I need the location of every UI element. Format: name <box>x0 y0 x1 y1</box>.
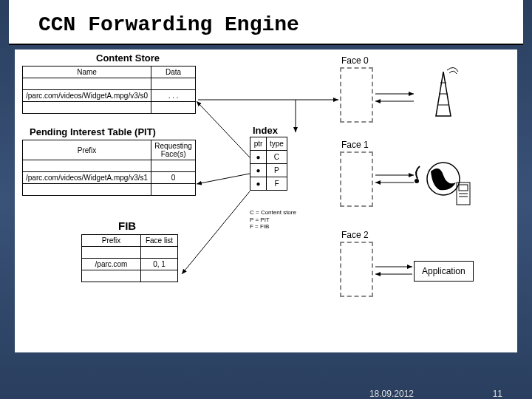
radio-tower-icon <box>436 67 458 116</box>
pit-col-face: Requesting Face(s) <box>151 140 196 160</box>
fib-col-face: Face list <box>141 235 178 247</box>
cs-col-data: Data <box>151 66 196 78</box>
svg-point-15 <box>427 163 460 195</box>
cs-row1-name: /parc.com/videos/WidgetA.mpg/v3/s0 <box>23 90 151 102</box>
index-title: Index <box>253 125 278 136</box>
index-legend: C = Content store P = PIT F = FIB <box>250 209 296 231</box>
svg-line-0 <box>197 101 250 157</box>
pit-table: Prefix Requesting Face(s) /parc.com/vide… <box>22 140 196 196</box>
svg-point-20 <box>415 179 419 183</box>
idx-col-ptr: ptr <box>250 137 267 151</box>
svg-rect-17 <box>459 185 468 191</box>
footer-date: 18.09.2012 <box>369 389 414 399</box>
svg-line-1 <box>197 174 250 184</box>
content-store-table: Name Data /parc.com/videos/WidgetA.mpg/v… <box>22 66 196 114</box>
svg-line-2 <box>182 191 250 274</box>
cs-col-name: Name <box>23 66 151 78</box>
fib-title: FIB <box>118 219 136 232</box>
idx-r2-type: P <box>267 164 287 177</box>
svg-rect-16 <box>457 183 470 205</box>
pit-row2-face: 0 <box>151 172 196 184</box>
legend-f: F = FIB <box>250 223 296 231</box>
legend-c: C = Content store <box>250 209 296 216</box>
pit-row2-prefix: /parc.com/videos/WidgetA.mpg/v3/s1 <box>23 172 151 184</box>
diagram: Content Store Name Data /parc.com/videos… <box>15 50 517 352</box>
pit-title: Pending Interest Table (PIT) <box>30 126 156 137</box>
face2-box <box>340 242 373 297</box>
footer-page: 11 <box>493 389 502 399</box>
content-store-title: Content Store <box>96 52 160 64</box>
idx-r2-ptr: ● <box>250 164 267 177</box>
application-box: Application <box>414 261 474 282</box>
idx-r3-type: F <box>267 177 287 191</box>
index-table: ptr type ●C ●P ●F <box>250 137 287 191</box>
face0-label: Face 0 <box>341 55 369 66</box>
fib-col-prefix: Prefix <box>82 235 141 247</box>
globe-icon <box>427 163 460 195</box>
face1-box <box>340 151 373 207</box>
slide-title: CCN Forwarding Engine <box>9 0 523 45</box>
face2-label: Face 2 <box>341 230 369 240</box>
cs-row1-data: . . . <box>151 90 196 102</box>
pit-col-prefix: Prefix <box>23 140 151 160</box>
idx-r1-type: C <box>267 151 287 164</box>
idx-col-type: type <box>267 137 287 151</box>
idx-r1-ptr: ● <box>250 151 267 164</box>
fib-table: Prefix Face list /parc.com 0, 1 <box>81 234 178 282</box>
computer-icon <box>457 183 470 205</box>
fib-row2-prefix: /parc.com <box>82 259 141 270</box>
fib-row2-face: 0, 1 <box>141 259 178 270</box>
face0-box <box>340 67 373 123</box>
idx-r3-ptr: ● <box>250 177 267 191</box>
legend-p: P = PIT <box>250 216 296 224</box>
face1-label: Face 1 <box>341 140 369 150</box>
